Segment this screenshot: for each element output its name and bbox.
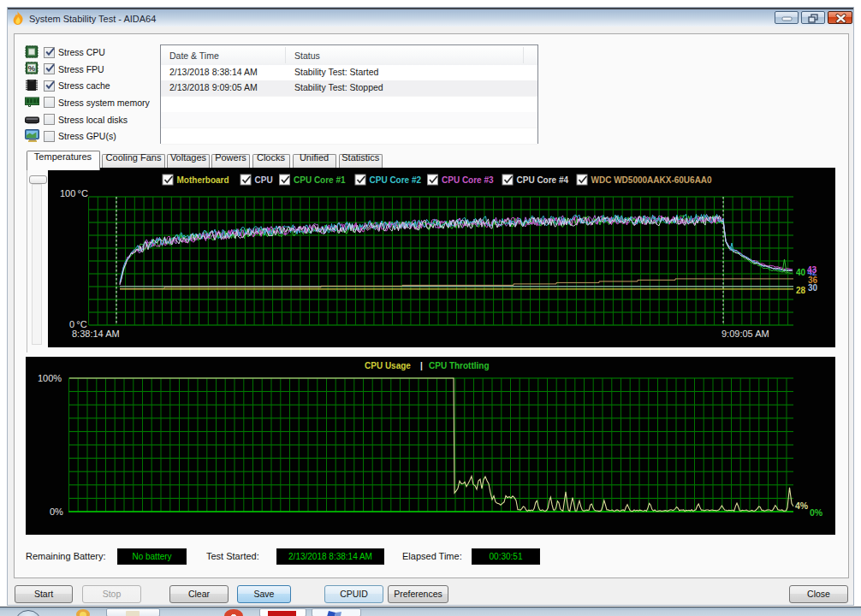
svg-text:0%: 0%: [50, 506, 63, 517]
svg-text:Motherboard: Motherboard: [177, 175, 229, 185]
svg-text:4%: 4%: [795, 500, 809, 511]
svg-text:CPU Throttling: CPU Throttling: [429, 361, 490, 370]
svg-text:28: 28: [796, 286, 806, 295]
svg-text:WDC WD5000AAKX-60U6AA0: WDC WD5000AAKX-60U6AA0: [591, 175, 713, 185]
svg-text:%: %: [28, 63, 36, 73]
svg-text:CPU Core #4: CPU Core #4: [517, 175, 569, 185]
svg-text:100%: 100%: [38, 373, 62, 383]
svg-text:8:38:14 AM: 8:38:14 AM: [72, 329, 120, 339]
svg-text:100 °C: 100 °C: [60, 188, 88, 198]
svg-text:0%: 0%: [810, 507, 823, 518]
svg-text:CPU: CPU: [255, 175, 273, 185]
svg-text:CPU Core #1: CPU Core #1: [294, 175, 346, 185]
svg-text:43: 43: [807, 265, 817, 275]
svg-text:CPU Core #2: CPU Core #2: [370, 175, 422, 185]
svg-text:|: |: [420, 361, 423, 370]
svg-text:9:09:05 AM: 9:09:05 AM: [721, 329, 769, 339]
svg-text:CPU Core #3: CPU Core #3: [442, 175, 494, 185]
svg-text:30: 30: [808, 283, 818, 293]
svg-text:CPU Usage: CPU Usage: [365, 361, 411, 370]
svg-text:40: 40: [796, 268, 806, 277]
